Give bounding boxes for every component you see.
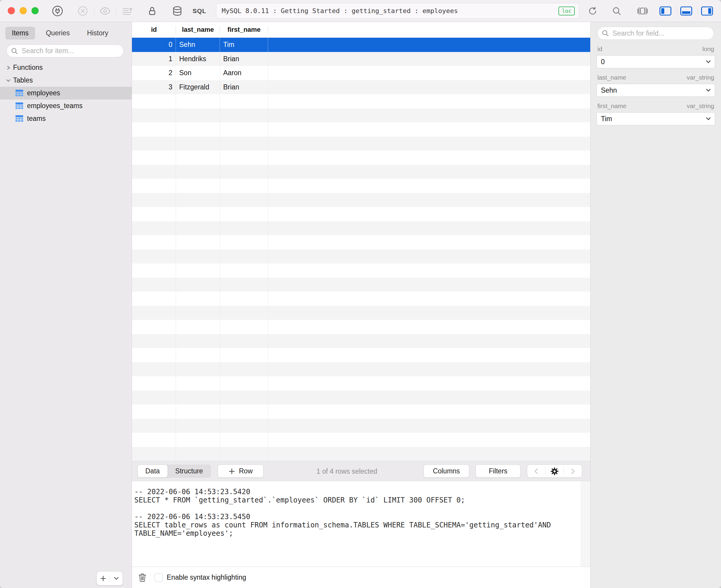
column-header-last-name[interactable]: last_name (176, 22, 220, 37)
tab-structure[interactable]: Structure (167, 465, 211, 478)
search-icon[interactable] (612, 6, 621, 16)
table-empty-row[interactable] (132, 278, 590, 292)
table-empty-row[interactable] (132, 348, 590, 362)
field-search-field[interactable] (597, 27, 714, 40)
connect-icon[interactable] (52, 6, 63, 17)
table-cell-id[interactable]: 3 (132, 80, 176, 94)
table-cell-first-name[interactable]: Tim (220, 38, 268, 52)
disconnect-icon[interactable] (78, 6, 88, 16)
sidebar-tab-items[interactable]: Items (5, 27, 35, 40)
tab-data[interactable]: Data (138, 465, 167, 478)
sidebar-tab-history[interactable]: History (81, 27, 115, 40)
table-empty-row[interactable] (132, 264, 590, 278)
table-cell-empty (220, 221, 268, 235)
table-empty-row[interactable] (132, 151, 590, 165)
sidebar-tab-queries[interactable]: Queries (39, 27, 76, 40)
table-empty-row[interactable] (132, 419, 590, 433)
table-cell-id[interactable]: 1 (132, 52, 176, 66)
table-empty-row[interactable] (132, 376, 590, 391)
syntax-highlighting-checkbox[interactable] (155, 573, 163, 582)
table-cell-empty (220, 348, 268, 362)
sidebar-item-tables[interactable]: Tables (0, 74, 132, 87)
toggle-right-panel-icon[interactable] (701, 6, 713, 16)
table-empty-row[interactable] (132, 235, 590, 249)
zoom-window-button[interactable] (32, 7, 39, 14)
sidebar-item-teams[interactable]: teams (0, 112, 132, 125)
table-empty-row[interactable] (132, 447, 590, 461)
database-icon[interactable] (173, 6, 182, 16)
sidebar-item-employees-teams[interactable]: employees_teams (0, 100, 132, 112)
chevron-down-icon[interactable] (5, 78, 12, 83)
table-empty-row[interactable] (132, 362, 590, 377)
connection-title-field[interactable]: MySQL 8.0.11 : Getting Started : getting… (216, 3, 579, 19)
table-cell-last-name[interactable]: Sehn (176, 38, 220, 52)
table-cell-id[interactable]: 0 (132, 38, 176, 52)
table-empty-row[interactable] (132, 108, 590, 123)
table-empty-row[interactable] (132, 136, 590, 151)
previous-page-button[interactable] (527, 465, 545, 478)
field-value-dropdown[interactable]: Sehn (597, 84, 715, 97)
viewport-icon[interactable] (637, 6, 648, 16)
column-header-first-name[interactable]: first_name (220, 22, 268, 37)
table-cell-empty (220, 391, 268, 405)
table-empty-row[interactable] (132, 179, 590, 193)
field-search-input[interactable] (612, 29, 709, 38)
add-row-button[interactable]: Row (218, 465, 263, 478)
table-empty-row[interactable] (132, 320, 590, 334)
table-empty-row[interactable] (132, 306, 590, 320)
table-row[interactable]: 2SonAaron (132, 66, 590, 80)
add-item-button[interactable] (97, 571, 123, 585)
table-cell-last-name[interactable]: Hendriks (176, 52, 220, 66)
next-page-button[interactable] (564, 465, 582, 478)
table-empty-row[interactable] (132, 94, 590, 108)
table-empty-row[interactable] (132, 165, 590, 179)
table-row[interactable]: 1HendriksBrian (132, 52, 590, 66)
export-rows-icon[interactable] (122, 6, 133, 16)
preview-eye-icon[interactable] (100, 7, 111, 15)
table-empty-row[interactable] (132, 391, 590, 405)
table-empty-row[interactable] (132, 249, 590, 264)
sql-editor-icon[interactable]: SQL (193, 7, 206, 15)
column-header-id[interactable]: id (132, 22, 176, 37)
table-cell-first-name[interactable]: Aaron (220, 66, 268, 80)
chevron-right-icon[interactable] (5, 65, 12, 70)
sidebar-item-functions[interactable]: Functions (0, 61, 132, 74)
table-cell-empty (220, 362, 268, 377)
sql-scrollbar-track[interactable] (581, 481, 590, 567)
table-cell-empty (268, 108, 590, 123)
table-cell-last-name[interactable]: Son (176, 66, 220, 80)
table-cell-empty (268, 165, 590, 179)
unlock-icon[interactable] (148, 6, 157, 16)
table-cell-first-name[interactable]: Brian (220, 52, 268, 66)
field-value-dropdown[interactable]: Tim (597, 112, 715, 125)
table-empty-row[interactable] (132, 221, 590, 235)
page-settings-button[interactable] (546, 465, 564, 478)
table-empty-row[interactable] (132, 207, 590, 221)
refresh-icon[interactable] (588, 6, 597, 16)
toggle-bottom-panel-icon[interactable] (680, 6, 692, 16)
minimize-window-button[interactable] (20, 7, 27, 14)
chevron-down-icon[interactable] (110, 571, 123, 585)
table-empty-row[interactable] (132, 334, 590, 348)
sql-status-bar: Enable syntax highlighting (132, 567, 590, 588)
table-row[interactable]: 0SehnTim (132, 38, 590, 52)
plus-icon[interactable] (97, 571, 110, 585)
table-row[interactable]: 3FitzgeraldBrian (132, 80, 590, 94)
table-cell-id[interactable]: 2 (132, 66, 176, 80)
toggle-left-panel-icon[interactable] (660, 6, 672, 16)
sidebar-search-input[interactable] (21, 47, 119, 55)
table-empty-row[interactable] (132, 122, 590, 136)
close-window-button[interactable] (8, 7, 15, 14)
table-empty-row[interactable] (132, 292, 590, 306)
table-cell-last-name[interactable]: Fitzgerald (176, 80, 220, 94)
table-empty-row[interactable] (132, 404, 590, 419)
sidebar-search-field[interactable] (6, 45, 124, 57)
table-empty-row[interactable] (132, 433, 590, 447)
table-cell-first-name[interactable]: Brian (220, 80, 268, 94)
trash-icon[interactable] (138, 573, 146, 582)
columns-button[interactable]: Columns (424, 465, 469, 478)
field-value-dropdown[interactable]: 0 (597, 55, 715, 68)
table-empty-row[interactable] (132, 193, 590, 207)
sidebar-item-employees[interactable]: employees (0, 87, 132, 100)
filters-button[interactable]: Filters (476, 465, 520, 478)
